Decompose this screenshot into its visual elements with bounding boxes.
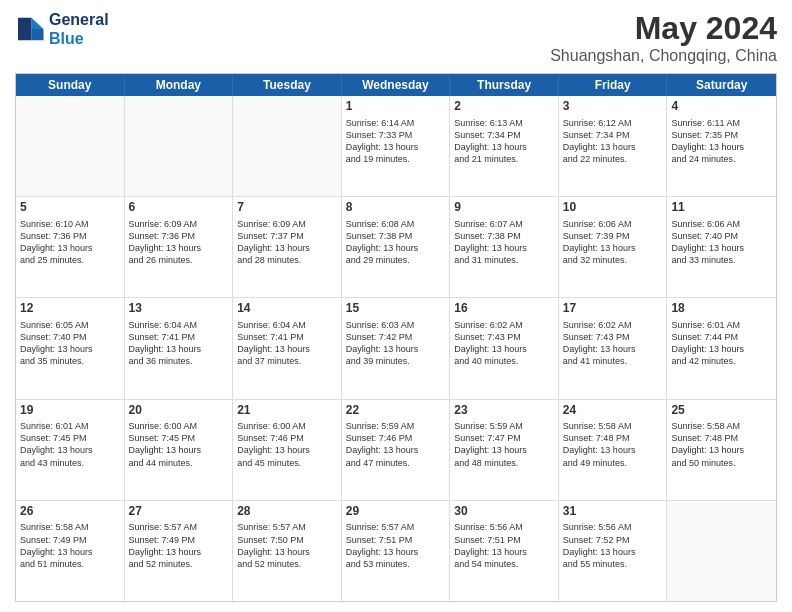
weekday-header: Sunday <box>16 74 125 96</box>
calendar-cell: 19Sunrise: 6:01 AMSunset: 7:45 PMDayligh… <box>16 400 125 500</box>
calendar-cell: 20Sunrise: 6:00 AMSunset: 7:45 PMDayligh… <box>125 400 234 500</box>
cell-line: and 50 minutes. <box>671 457 772 469</box>
cell-line: and 53 minutes. <box>346 558 446 570</box>
cell-line: and 37 minutes. <box>237 355 337 367</box>
day-number: 18 <box>671 301 772 317</box>
cell-line: Daylight: 13 hours <box>129 242 229 254</box>
day-number: 30 <box>454 504 554 520</box>
weekday-header: Tuesday <box>233 74 342 96</box>
cell-line: Sunset: 7:37 PM <box>237 230 337 242</box>
cell-line: and 26 minutes. <box>129 254 229 266</box>
cell-line: Sunset: 7:45 PM <box>129 432 229 444</box>
cell-line: Sunrise: 5:57 AM <box>129 521 229 533</box>
calendar-cell: 5Sunrise: 6:10 AMSunset: 7:36 PMDaylight… <box>16 197 125 297</box>
day-number: 6 <box>129 200 229 216</box>
cell-line: and 47 minutes. <box>346 457 446 469</box>
calendar-cell: 21Sunrise: 6:00 AMSunset: 7:46 PMDayligh… <box>233 400 342 500</box>
weekday-header: Thursday <box>450 74 559 96</box>
logo: General Blue <box>15 10 109 48</box>
cell-line: Daylight: 13 hours <box>454 141 554 153</box>
cell-line: Sunrise: 6:14 AM <box>346 117 446 129</box>
calendar-cell: 8Sunrise: 6:08 AMSunset: 7:38 PMDaylight… <box>342 197 451 297</box>
calendar-cell: 28Sunrise: 5:57 AMSunset: 7:50 PMDayligh… <box>233 501 342 601</box>
day-number: 17 <box>563 301 663 317</box>
cell-line: Daylight: 13 hours <box>563 242 663 254</box>
cell-line: Daylight: 13 hours <box>454 242 554 254</box>
svg-rect-2 <box>18 18 32 41</box>
cell-line: Sunset: 7:41 PM <box>237 331 337 343</box>
day-number: 1 <box>346 99 446 115</box>
cell-line: and 43 minutes. <box>20 457 120 469</box>
cell-line: and 40 minutes. <box>454 355 554 367</box>
calendar-row: 12Sunrise: 6:05 AMSunset: 7:40 PMDayligh… <box>16 298 776 399</box>
cell-line: Sunrise: 5:58 AM <box>20 521 120 533</box>
cell-line: Sunset: 7:44 PM <box>671 331 772 343</box>
day-number: 2 <box>454 99 554 115</box>
calendar: SundayMondayTuesdayWednesdayThursdayFrid… <box>15 73 777 602</box>
calendar-cell <box>667 501 776 601</box>
cell-line: Sunrise: 6:09 AM <box>237 218 337 230</box>
cell-line: Sunset: 7:41 PM <box>129 331 229 343</box>
cell-line: Daylight: 13 hours <box>563 546 663 558</box>
cell-line: and 54 minutes. <box>454 558 554 570</box>
cell-line: and 28 minutes. <box>237 254 337 266</box>
cell-line: Daylight: 13 hours <box>237 343 337 355</box>
cell-line: Sunset: 7:35 PM <box>671 129 772 141</box>
calendar-cell: 3Sunrise: 6:12 AMSunset: 7:34 PMDaylight… <box>559 96 668 196</box>
cell-line: Sunset: 7:33 PM <box>346 129 446 141</box>
cell-line: Sunrise: 6:12 AM <box>563 117 663 129</box>
day-number: 10 <box>563 200 663 216</box>
cell-line: Daylight: 13 hours <box>671 343 772 355</box>
cell-line: Sunset: 7:52 PM <box>563 534 663 546</box>
cell-line: and 21 minutes. <box>454 153 554 165</box>
calendar-cell: 16Sunrise: 6:02 AMSunset: 7:43 PMDayligh… <box>450 298 559 398</box>
cell-line: Daylight: 13 hours <box>20 242 120 254</box>
calendar-cell: 15Sunrise: 6:03 AMSunset: 7:42 PMDayligh… <box>342 298 451 398</box>
cell-line: Sunrise: 5:59 AM <box>346 420 446 432</box>
day-number: 26 <box>20 504 120 520</box>
cell-line: Daylight: 13 hours <box>346 343 446 355</box>
day-number: 24 <box>563 403 663 419</box>
cell-line: Daylight: 13 hours <box>20 343 120 355</box>
cell-line: Sunrise: 5:58 AM <box>563 420 663 432</box>
calendar-row: 1Sunrise: 6:14 AMSunset: 7:33 PMDaylight… <box>16 96 776 197</box>
cell-line: Sunset: 7:43 PM <box>563 331 663 343</box>
cell-line: Sunrise: 6:04 AM <box>237 319 337 331</box>
cell-line: Sunrise: 6:01 AM <box>671 319 772 331</box>
page: General Blue May 2024 Shuangshan, Chongq… <box>0 0 792 612</box>
cell-line: Sunset: 7:40 PM <box>671 230 772 242</box>
cell-line: Daylight: 13 hours <box>129 444 229 456</box>
day-number: 5 <box>20 200 120 216</box>
calendar-cell: 1Sunrise: 6:14 AMSunset: 7:33 PMDaylight… <box>342 96 451 196</box>
cell-line: Sunset: 7:36 PM <box>129 230 229 242</box>
calendar-cell: 17Sunrise: 6:02 AMSunset: 7:43 PMDayligh… <box>559 298 668 398</box>
cell-line: Sunrise: 5:57 AM <box>346 521 446 533</box>
cell-line: Daylight: 13 hours <box>346 444 446 456</box>
day-number: 9 <box>454 200 554 216</box>
calendar-cell: 9Sunrise: 6:07 AMSunset: 7:38 PMDaylight… <box>450 197 559 297</box>
cell-line: Sunrise: 6:09 AM <box>129 218 229 230</box>
day-number: 12 <box>20 301 120 317</box>
cell-line: and 32 minutes. <box>563 254 663 266</box>
day-number: 14 <box>237 301 337 317</box>
cell-line: Daylight: 13 hours <box>20 546 120 558</box>
cell-line: and 41 minutes. <box>563 355 663 367</box>
cell-line: Sunset: 7:38 PM <box>346 230 446 242</box>
cell-line: Sunset: 7:43 PM <box>454 331 554 343</box>
cell-line: Sunset: 7:36 PM <box>20 230 120 242</box>
day-number: 27 <box>129 504 229 520</box>
cell-line: Sunrise: 6:06 AM <box>671 218 772 230</box>
calendar-cell: 4Sunrise: 6:11 AMSunset: 7:35 PMDaylight… <box>667 96 776 196</box>
day-number: 20 <box>129 403 229 419</box>
cell-line: Sunset: 7:38 PM <box>454 230 554 242</box>
cell-line: Sunrise: 6:03 AM <box>346 319 446 331</box>
svg-marker-0 <box>32 18 44 29</box>
calendar-cell: 30Sunrise: 5:56 AMSunset: 7:51 PMDayligh… <box>450 501 559 601</box>
calendar-cell <box>233 96 342 196</box>
calendar-cell: 6Sunrise: 6:09 AMSunset: 7:36 PMDaylight… <box>125 197 234 297</box>
calendar-cell: 23Sunrise: 5:59 AMSunset: 7:47 PMDayligh… <box>450 400 559 500</box>
cell-line: Sunrise: 5:56 AM <box>563 521 663 533</box>
calendar-cell: 24Sunrise: 5:58 AMSunset: 7:48 PMDayligh… <box>559 400 668 500</box>
calendar-cell: 31Sunrise: 5:56 AMSunset: 7:52 PMDayligh… <box>559 501 668 601</box>
day-number: 3 <box>563 99 663 115</box>
